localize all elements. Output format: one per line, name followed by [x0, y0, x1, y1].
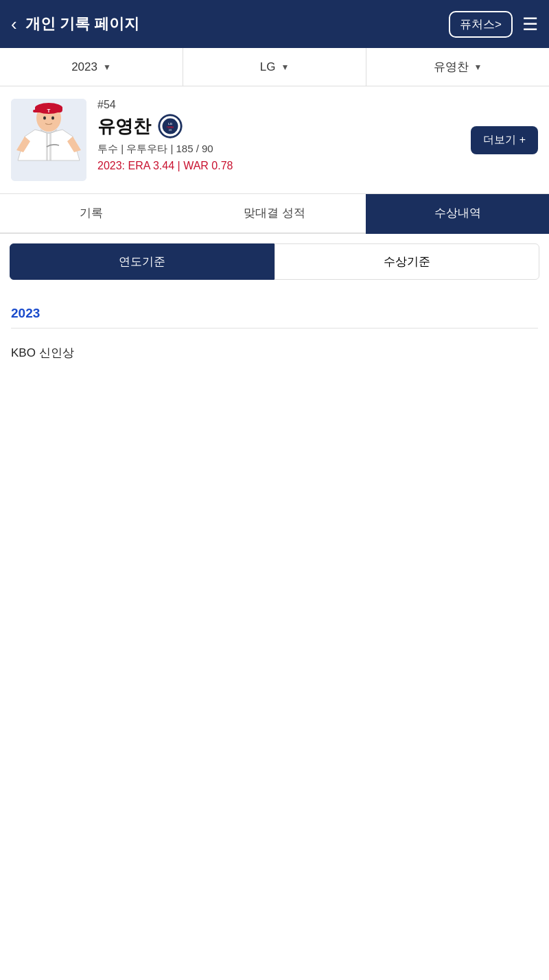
award-item: KBO 신인상 — [11, 338, 538, 368]
futures-button[interactable]: 퓨처스> — [449, 11, 513, 38]
player-stats: 2023: ERA 3.44 | WAR 0.78 — [97, 160, 460, 172]
back-button[interactable]: ‹ — [11, 15, 17, 33]
player-meta: 투수 | 우투우타 | 185 / 90 — [97, 143, 460, 156]
page-title: 개인 기록 페이지 — [25, 14, 139, 34]
team-filter[interactable]: LG ▼ — [183, 48, 366, 86]
sub-tab-by-year[interactable]: 연도기준 — [10, 243, 274, 280]
tab-awards[interactable]: 수상내역 — [366, 194, 549, 234]
team-filter-label: LG — [260, 60, 276, 74]
svg-rect-2 — [49, 133, 51, 160]
year-filter-label: 2023 — [71, 60, 97, 74]
svg-text:LG: LG — [168, 122, 172, 126]
player-section: T #54 유영찬 LG — [0, 86, 549, 194]
tab-matchup[interactable]: 맞대결 성적 — [183, 194, 366, 234]
player-name: 유영찬 — [97, 115, 151, 139]
header-left: ‹ 개인 기록 페이지 — [11, 14, 139, 34]
svg-point-9 — [51, 117, 54, 120]
sub-tab-by-award[interactable]: 수상기준 — [274, 243, 539, 280]
svg-text:T: T — [47, 108, 51, 114]
svg-point-8 — [43, 117, 46, 120]
team-logo: LG TWINS 185 — [158, 114, 183, 139]
award-section: 2023 KBO 신인상 — [0, 289, 549, 368]
player-number: #54 — [97, 99, 460, 111]
svg-rect-6 — [33, 110, 41, 112]
menu-icon[interactable]: ☰ — [522, 15, 538, 33]
tab-records[interactable]: 기록 — [0, 194, 183, 234]
sub-tabs: 연도기준 수상기준 — [0, 234, 549, 289]
main-tabs: 기록 맞대결 성적 수상내역 — [0, 194, 549, 234]
year-filter[interactable]: 2023 ▼ — [0, 48, 183, 86]
player-filter[interactable]: 유영찬 ▼ — [366, 48, 549, 86]
player-info: #54 유영찬 LG TWINS 185 투수 | 우투우타 | 185 / 9… — [97, 99, 460, 172]
player-name-row: 유영찬 LG TWINS 185 — [97, 114, 460, 139]
player-filter-label: 유영찬 — [434, 59, 469, 75]
filter-row: 2023 ▼ LG ▼ 유영찬 ▼ — [0, 48, 549, 86]
svg-text:185: 185 — [169, 129, 172, 132]
header-right: 퓨처스> ☰ — [449, 11, 538, 38]
header: ‹ 개인 기록 페이지 퓨처스> ☰ — [0, 0, 549, 48]
player-filter-arrow: ▼ — [474, 62, 482, 72]
team-filter-arrow: ▼ — [281, 62, 289, 72]
player-avatar: T — [11, 99, 86, 181]
year-filter-arrow: ▼ — [103, 62, 111, 72]
award-year-2023: 2023 — [11, 296, 538, 328]
more-button[interactable]: 더보기 + — [471, 126, 538, 154]
